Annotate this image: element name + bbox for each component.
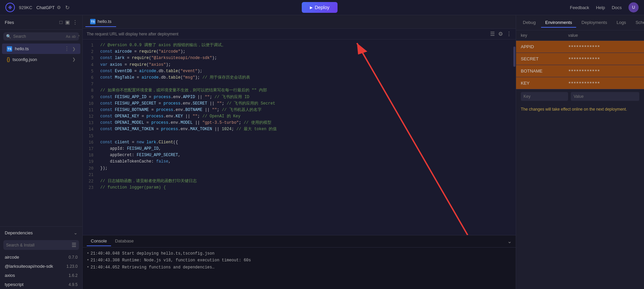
env-val-botname: ************ (568, 68, 639, 74)
file-item-tsconfig[interactable]: {} tsconfig.json ❯ (2, 55, 80, 64)
code-line-17: appId: FEISHU_APP_ID, (100, 146, 509, 152)
code-line-7 (100, 81, 509, 87)
logo-icon (5, 3, 15, 12)
file-more-icon[interactable]: ⋮ (64, 46, 70, 52)
regex-icon[interactable]: .* (77, 34, 80, 38)
settings-icon[interactable]: ⚙ (57, 5, 61, 10)
tab-debug[interactable]: Debug (519, 18, 540, 28)
code-line-18: appSecret: FEISHU_APP_SECRET, (100, 152, 509, 158)
tsconfig-chevron-icon: ❯ (72, 57, 76, 62)
code-line-14: const OPENAI_MAX_TOKEN = process.env.MAX… (100, 126, 509, 133)
hamburger-icon[interactable]: ☰ (490, 31, 495, 37)
env-key-input[interactable] (521, 92, 568, 101)
env-val-appid: ************ (568, 44, 639, 49)
more-icon[interactable]: ⋮ (506, 31, 512, 37)
new-folder-icon[interactable]: ▣ (65, 19, 70, 25)
env-row-secret[interactable]: SECRET ************ (516, 53, 644, 65)
code-line-9: const FEISHU_APP_ID = process.env.APPID … (100, 94, 509, 100)
search-input[interactable] (13, 34, 64, 39)
code-line-12: const OPENAI_KEY = process.env.KEY || ""… (100, 113, 509, 120)
env-key-botname: BOTNAME (521, 68, 568, 74)
env-val-key: ************ (568, 81, 639, 86)
main-content: Files □ ▣ ⋮ 🔍 Aa ab .* TS hello.ts ⋮ ❯ {… (0, 15, 644, 289)
dep-name-aircode: aircode (5, 255, 19, 260)
env-key-key: KEY (521, 81, 568, 86)
dependencies-title: Dependencies (5, 230, 33, 235)
case-sensitive-icon[interactable]: Aa (66, 34, 70, 38)
more-options-icon[interactable]: ⋮ (73, 19, 78, 25)
help-link[interactable]: Help (596, 5, 605, 10)
line-numbers: 1 2 3 4 5 6 7 8 9 10 11 12 13 14 15 16 1… (83, 39, 96, 235)
env-val-input[interactable] (571, 92, 639, 101)
dep-name-typescript: typescript (5, 282, 24, 287)
tab-console[interactable]: Console (87, 236, 111, 246)
file-name-tsconfig: tsconfig.json (12, 57, 70, 62)
code-content[interactable]: // @version 0.0.9 调整了 axios 的报错的输出，以便于调试… (96, 39, 513, 235)
docs-link[interactable]: Docs (612, 5, 622, 10)
scrollbar-thumb[interactable] (513, 47, 515, 67)
bullet-1: • (87, 250, 89, 257)
editor-toolbar: The request URL will display here after … (83, 29, 516, 39)
dependencies-section: Dependencies ⌄ ☰ aircode 0.7.0 @larksuit… (0, 226, 82, 289)
env-table: key value APPID ************ SECRET ****… (516, 30, 644, 289)
dep-menu-icon[interactable]: ☰ (72, 242, 76, 248)
topbar-right: Feedback Help Docs U (570, 2, 639, 12)
dependencies-header[interactable]: Dependencies ⌄ (0, 227, 82, 239)
code-line-21 (100, 172, 509, 178)
deploy-button[interactable]: Deploy (302, 2, 338, 13)
sidebar: Files □ ▣ ⋮ 🔍 Aa ab .* TS hello.ts ⋮ ❯ {… (0, 15, 83, 289)
console-expand-icon[interactable]: ⌄ (507, 238, 512, 244)
dep-name-larksuite: @larksuiteoapi/node-sdk (5, 264, 53, 269)
editor-scrollbar[interactable] (513, 39, 516, 235)
tab-environments[interactable]: Environments (541, 18, 576, 28)
word-match-icon[interactable]: ab (72, 34, 76, 38)
file-search-box[interactable]: 🔍 Aa ab .* (3, 32, 79, 40)
env-val-secret: ************ (568, 56, 639, 61)
dep-item-larksuite: @larksuiteoapi/node-sdk 1.23.0 (0, 262, 82, 271)
env-row-key[interactable]: KEY ************ (516, 77, 644, 89)
env-row-appid[interactable]: APPID ************ (516, 41, 644, 53)
env-notice: The changes will take effect online on t… (516, 104, 644, 115)
dep-version-axios: 1.6.2 (69, 273, 78, 278)
dep-version-larksuite: 1.23.0 (66, 264, 78, 269)
env-header-row: key value (516, 30, 644, 41)
dep-search-box[interactable]: ☰ (3, 240, 79, 250)
tab-schedules[interactable]: Schedules (632, 18, 644, 28)
log-text-1: 21:40:40.048 Start deploying hello.ts,ts… (90, 250, 214, 257)
console-tabs: Console Database ⌄ (83, 235, 516, 248)
avatar[interactable]: U (628, 2, 639, 12)
dep-version-typescript: 4.9.5 (69, 282, 78, 287)
code-line-15 (100, 133, 509, 139)
code-line-6: const MsgTable = aircode.db.table("msg")… (100, 75, 509, 81)
log-text-2: 21:40:43.308 Runtime: Node.js v18, funct… (90, 257, 251, 264)
editor-area: TS hello.ts The request URL will display… (83, 15, 516, 289)
code-line-1: // @version 0.0.9 调整了 axios 的报错的输出，以便于调试… (100, 42, 509, 49)
tab-database[interactable]: Database (111, 236, 138, 246)
topbar-center: Deploy (302, 2, 338, 13)
env-row-botname[interactable]: BOTNAME ************ (516, 65, 644, 77)
file-item-hello-ts[interactable]: TS hello.ts ⋮ ❯ (2, 44, 80, 54)
files-title: Files (5, 20, 14, 25)
refresh-icon[interactable]: ↻ (65, 4, 70, 11)
dep-item-axios: axios 1.6.2 (0, 271, 82, 280)
feedback-link[interactable]: Feedback (570, 5, 589, 10)
dep-name-axios: axios (5, 273, 15, 278)
editor-tab-hello-ts[interactable]: TS hello.ts (85, 17, 116, 27)
console-tab-group: Console Database (87, 236, 138, 246)
env-col-key-header: key (521, 33, 568, 38)
code-line-19: disableTokenCache: false, (100, 158, 509, 165)
code-line-4: var axios = require("axios"); (100, 62, 509, 68)
settings-icon[interactable]: ⚙ (498, 31, 503, 37)
new-file-icon[interactable]: □ (59, 19, 62, 25)
code-line-11: const FEISHU_BOTNAME = process.env.BOTNA… (100, 107, 509, 113)
bullet-3: • (87, 264, 89, 271)
tab-deployments[interactable]: Deployments (578, 18, 611, 28)
chatgpt-label: ChatGPT ⚙ (36, 5, 61, 10)
tab-logs[interactable]: Logs (613, 18, 630, 28)
sidebar-header-icons: □ ▣ ⋮ (59, 19, 78, 25)
right-panel: Debug Environments Deployments Logs Sche… (516, 15, 644, 289)
dep-version-aircode: 0.7.0 (69, 255, 78, 260)
dep-search-input[interactable] (6, 243, 70, 248)
editor-tab-ts-icon: TS (90, 19, 96, 24)
editor-actions: ☰ ⚙ ⋮ (490, 31, 512, 37)
